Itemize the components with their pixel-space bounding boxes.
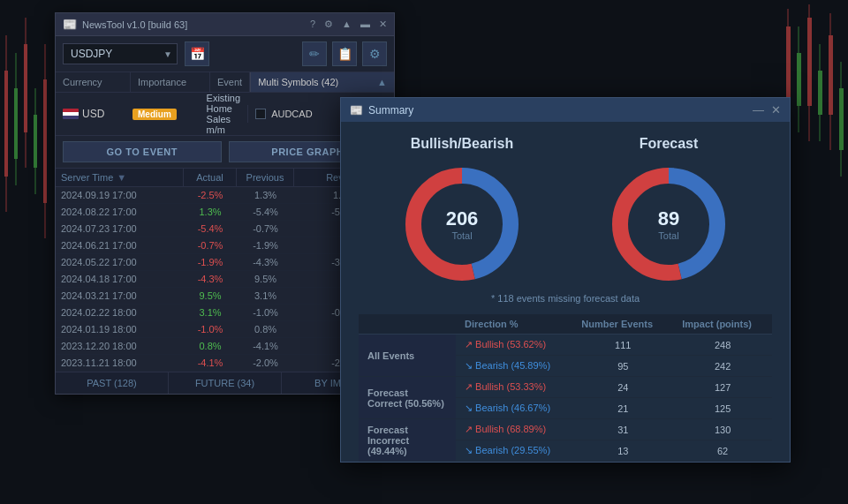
group-label: All Events: [359, 335, 456, 377]
help-icon[interactable]: ?: [310, 19, 315, 30]
bullish-bearish-chart: Bullish/Bearish 206 Total: [369, 136, 556, 286]
td-actual: -1.0%: [184, 321, 237, 337]
td-previous: 3.1%: [237, 288, 294, 304]
summary-table-body: All Events ↗ Bullish (53.62%) 111 248 ↘ …: [359, 335, 772, 462]
td-impact: 248: [673, 335, 772, 356]
filter-row: Currency Importance Event Multi Symbols …: [56, 72, 394, 93]
calendar-icon: 📅: [190, 47, 205, 61]
td-impact: 130: [673, 419, 772, 440]
svg-rect-21: [807, 18, 812, 106]
svg-rect-3: [14, 88, 18, 159]
td-num-events: 21: [572, 398, 673, 419]
td-num-events: 13: [572, 440, 673, 462]
td-direction[interactable]: ↘ Bearish (46.67%): [456, 398, 572, 419]
importance-header: Importance: [131, 72, 210, 92]
td-direction[interactable]: ↘ Bearish (45.89%): [456, 356, 572, 377]
bb-chart-title: Bullish/Bearish: [411, 136, 513, 152]
missing-note: * 118 events missing forecast data: [359, 293, 772, 304]
summary-minimize-icon[interactable]: —: [753, 103, 764, 117]
event-header: Event: [210, 72, 250, 92]
td-actual: 0.8%: [184, 338, 237, 354]
forecast-chart: Forecast 89 Total: [576, 136, 762, 286]
importance-cell: Medium: [125, 108, 200, 120]
td-direction[interactable]: ↗ Bullish (68.89%): [456, 419, 572, 440]
td-server-time: 2023.12.20 18:00: [56, 338, 184, 354]
td-server-time: 2024.06.21 17:00: [56, 237, 184, 253]
td-previous: -0.7%: [237, 221, 294, 237]
edit-btn[interactable]: ✏: [302, 41, 327, 66]
sort-icon[interactable]: ▼: [117, 172, 126, 183]
th-actual: Actual: [184, 169, 237, 186]
td-server-time: 2024.07.23 17:00: [56, 221, 184, 237]
td-direction[interactable]: ↗ Bullish (53.33%): [456, 377, 572, 398]
forecast-donut-center: 89 Total: [658, 207, 679, 241]
close-icon[interactable]: ✕: [379, 19, 387, 30]
forecast-chart-title: Forecast: [640, 136, 699, 152]
td-num-events: 24: [572, 377, 673, 398]
multi-symbols-label: Multi Symbols (42): [258, 77, 338, 87]
td-actual: 1.3%: [184, 204, 237, 220]
td-direction[interactable]: ↗ Bullish (53.62%): [456, 335, 572, 356]
svg-rect-12: [43, 79, 47, 203]
summary-controls: — ✕: [753, 103, 781, 117]
news-toolbar: USDJPY ▼ 📅 ✏ 📋 ⚙: [56, 36, 394, 72]
svg-rect-18: [797, 53, 801, 106]
svg-rect-15: [786, 26, 791, 97]
currency-select[interactable]: USDJPY: [63, 43, 178, 64]
news-titlebar: 📰 NewsTool v1.0 [build 63] ? ⚙ ▲ ▬ ✕: [56, 13, 394, 36]
bb-total: 206: [446, 207, 479, 230]
past-btn[interactable]: PAST (128): [56, 372, 169, 394]
svg-rect-6: [24, 44, 27, 132]
group-label: Forecast Incorrect (49.44%): [359, 419, 456, 462]
summary-table-row: Forecast Incorrect (49.44%) ↗ Bullish (6…: [359, 419, 772, 440]
td-num-events: 111: [572, 335, 673, 356]
calendar-btn[interactable]: 📅: [185, 41, 209, 66]
svg-rect-24: [818, 71, 822, 115]
minimize-icon[interactable]: ▬: [360, 19, 370, 30]
svg-rect-9: [34, 115, 37, 168]
forecast-donut: 89 Total: [607, 162, 731, 286]
td-actual: -5.4%: [184, 221, 237, 237]
td-direction[interactable]: ↘ Bearish (29.55%): [456, 440, 572, 462]
td-actual: 9.5%: [184, 288, 237, 304]
td-impact: 125: [673, 398, 772, 419]
event-cell: Existing Home Sales m/m: [200, 93, 248, 135]
summary-close-icon[interactable]: ✕: [771, 103, 781, 117]
td-actual: 3.1%: [184, 305, 237, 320]
currency-value: USD: [82, 108, 104, 120]
bb-donut-center: 206 Total: [446, 207, 479, 241]
th-server-time: Server Time ▼: [56, 169, 184, 186]
th-impact: Impact (points): [673, 314, 772, 335]
group-label: Forecast Correct (50.56%): [359, 377, 456, 419]
collapse-icon[interactable]: ▲: [342, 19, 352, 30]
td-actual: -4.3%: [184, 271, 237, 287]
bb-label: Total: [446, 230, 479, 241]
td-server-time: 2024.09.19 17:00: [56, 187, 184, 203]
td-actual: -4.1%: [184, 355, 237, 371]
td-server-time: 2024.05.22 17:00: [56, 254, 184, 270]
audcad-checkbox[interactable]: [255, 109, 266, 119]
settings-icon[interactable]: ⚙: [324, 19, 333, 30]
td-impact: 127: [673, 377, 772, 398]
td-previous: -2.0%: [237, 355, 294, 371]
svg-rect-27: [829, 35, 833, 115]
td-actual: -0.7%: [184, 237, 237, 253]
multi-symbols-scroll[interactable]: ▲: [377, 77, 387, 87]
td-actual: -2.5%: [184, 187, 237, 203]
future-btn[interactable]: FUTURE (34): [169, 372, 282, 394]
td-server-time: 2023.11.21 18:00: [56, 355, 184, 371]
td-server-time: 2024.02.22 18:00: [56, 305, 184, 320]
multi-symbols-header: Multi Symbols (42) ▲: [250, 72, 394, 92]
td-num-events: 31: [572, 419, 673, 440]
currency-header: Currency: [56, 72, 131, 92]
config-btn[interactable]: ⚙: [362, 41, 387, 66]
summary-titlebar: 📰 Summary — ✕: [341, 98, 790, 122]
td-previous: 1.3%: [237, 187, 294, 203]
summary-body: Bullish/Bearish 206 Total: [341, 122, 790, 462]
td-previous: 0.8%: [237, 321, 294, 337]
td-previous: -4.3%: [237, 254, 294, 270]
td-impact: 62: [673, 440, 772, 462]
go-to-event-btn[interactable]: GO TO EVENT: [63, 141, 222, 162]
td-previous: -1.9%: [237, 237, 294, 253]
copy-btn[interactable]: 📋: [332, 41, 357, 66]
